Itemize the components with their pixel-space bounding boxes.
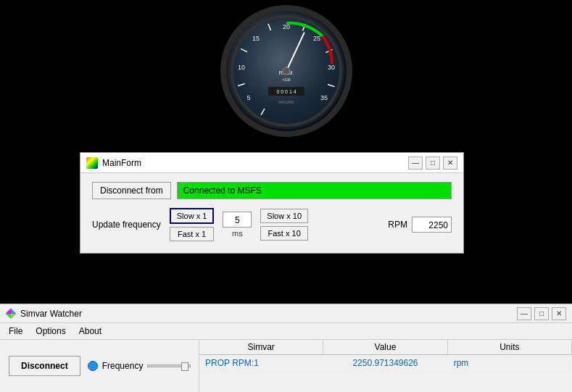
simvar-content: Disconnect Frequency Simvar Value Units … xyxy=(0,340,572,392)
ms-value-display: 5 xyxy=(223,212,252,228)
frequency-dot xyxy=(88,361,98,371)
freq-slider-container[interactable] xyxy=(147,364,191,367)
main-disconnect-button[interactable]: Disconnect xyxy=(9,356,80,376)
freq-slider[interactable] xyxy=(147,364,191,367)
simvar-title: Simvar Watcher xyxy=(20,309,82,319)
main-form-body: Disconnect from Connected to MSFS Update… xyxy=(80,173,463,253)
col-simvar: Simvar xyxy=(199,340,323,354)
simvar-close-button[interactable]: ✕ xyxy=(552,307,566,320)
simvar-menubar: File Options About xyxy=(0,323,572,340)
connection-status: Connected to MSFS xyxy=(177,182,452,199)
table-header: Simvar Value Units xyxy=(199,340,572,355)
svg-marker-23 xyxy=(7,310,14,317)
simvar-app-icon xyxy=(6,309,16,319)
rpm-label: RPM xyxy=(388,220,407,230)
slow-x10-button[interactable]: Slow x 10 xyxy=(260,209,308,223)
svg-line-8 xyxy=(261,108,265,114)
table-row: PROP RPM:1 2250.971349626 rpm xyxy=(199,355,572,372)
svg-line-10 xyxy=(241,49,247,51)
svg-marker-22 xyxy=(6,309,16,319)
main-form-title: MainForm xyxy=(102,158,141,168)
simvar-titlebar: Simvar Watcher — □ ✕ xyxy=(0,304,572,323)
fast-x10-button[interactable]: Fast x 10 xyxy=(260,226,308,241)
menu-options[interactable]: Options xyxy=(30,325,71,338)
ms-label: ms xyxy=(232,229,243,238)
menu-about[interactable]: About xyxy=(73,325,107,338)
svg-text:0 0 0 1 4: 0 0 0 1 4 xyxy=(276,89,296,94)
slow-x1-button[interactable]: Slow x 1 xyxy=(170,208,215,224)
simvar-value-cell: 2250.971349626 xyxy=(323,355,447,371)
simvar-table-area: Simvar Value Units PROP RPM:1 2250.97134… xyxy=(199,340,572,392)
gauge-face: 5 10 15 20 25 30 35 xyxy=(228,13,344,129)
svg-text:HOURS: HOURS xyxy=(278,100,294,104)
freq-slider-thumb[interactable] xyxy=(181,362,188,371)
window-app-icon xyxy=(86,157,98,169)
title-left: MainForm xyxy=(86,157,141,169)
rpm-container: RPM 2250 xyxy=(388,217,452,233)
freq-buttons-right: Slow x 10 Fast x 10 xyxy=(260,209,308,241)
simvar-units-cell: rpm xyxy=(448,355,572,371)
simvar-controls[interactable]: — □ ✕ xyxy=(517,307,566,320)
connection-row: Disconnect from Connected to MSFS xyxy=(92,182,452,199)
disconnect-from-button[interactable]: Disconnect from xyxy=(92,182,171,199)
svg-line-14 xyxy=(328,84,335,86)
update-frequency-label: Update frequency xyxy=(92,220,161,230)
frequency-indicator: Frequency xyxy=(88,361,191,371)
simvar-title-left: Simvar Watcher xyxy=(6,309,82,319)
menu-file[interactable]: File xyxy=(3,325,28,338)
svg-text:15: 15 xyxy=(252,35,259,42)
svg-line-9 xyxy=(238,83,245,86)
svg-text:10: 10 xyxy=(237,64,244,71)
minimize-button[interactable]: — xyxy=(408,157,423,170)
svg-point-21 xyxy=(283,67,290,75)
col-units: Units xyxy=(448,340,572,354)
freq-buttons-left: Slow x 1 Fast x 1 xyxy=(170,208,215,241)
col-value: Value xyxy=(323,340,447,354)
main-form-titlebar: MainForm — □ ✕ xyxy=(80,153,463,173)
gauge-area: 5 10 15 20 25 30 35 xyxy=(0,0,572,141)
close-button[interactable]: ✕ xyxy=(443,157,457,170)
simvar-minimize-button[interactable]: — xyxy=(517,307,531,320)
maximize-button[interactable]: □ xyxy=(426,157,440,170)
svg-line-20 xyxy=(286,33,304,71)
svg-text:30: 30 xyxy=(327,64,334,71)
simvar-left-panel: Disconnect Frequency xyxy=(0,340,199,392)
frequency-row: Update frequency Slow x 1 Fast x 1 5 ms … xyxy=(92,208,452,241)
rpm-gauge: 5 10 15 20 25 30 35 xyxy=(220,5,352,137)
simvar-name-cell: PROP RPM:1 xyxy=(199,355,323,371)
main-form-window: MainForm — □ ✕ Disconnect from Connected… xyxy=(80,152,464,254)
main-form-controls[interactable]: — □ ✕ xyxy=(408,157,457,170)
ms-container: 5 ms xyxy=(223,212,252,238)
rpm-value-display: 2250 xyxy=(412,217,452,233)
svg-text:25: 25 xyxy=(312,35,320,42)
frequency-label: Frequency xyxy=(102,361,144,371)
svg-text:5: 5 xyxy=(246,94,250,101)
svg-text:×100: ×100 xyxy=(282,78,290,82)
simvar-maximize-button[interactable]: □ xyxy=(534,307,549,320)
fast-x1-button[interactable]: Fast x 1 xyxy=(170,227,215,241)
simvar-watcher-window: Simvar Watcher — □ ✕ File Options About … xyxy=(0,304,572,392)
gauge-svg: 5 10 15 20 25 30 35 xyxy=(228,13,344,129)
svg-line-11 xyxy=(268,23,270,30)
svg-text:35: 35 xyxy=(320,94,327,101)
